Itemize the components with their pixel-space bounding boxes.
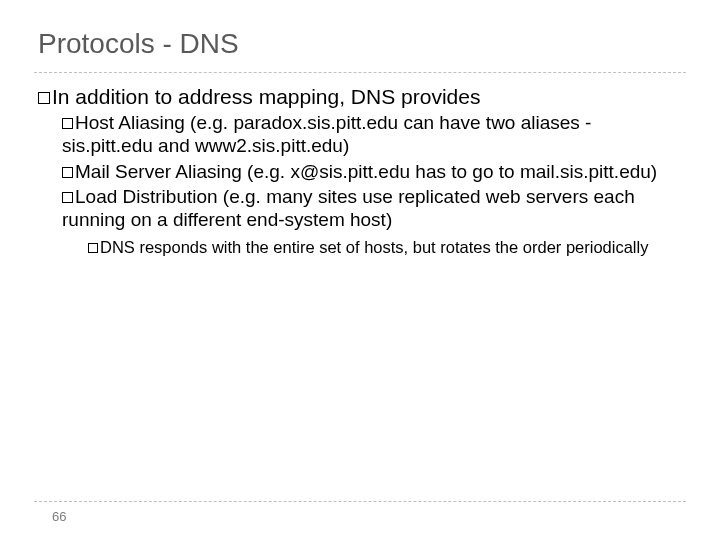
bullet-box-icon: [62, 192, 73, 203]
bullet-level3: DNS responds with the entire set of host…: [88, 237, 678, 258]
bullet-text: In addition to address mapping, DNS prov…: [52, 85, 480, 108]
bullet-text: Load Distribution (e.g. many sites use r…: [62, 186, 635, 230]
slide: Protocols - DNS In addition to address m…: [0, 0, 720, 540]
bullet-level1: In addition to address mapping, DNS prov…: [38, 84, 678, 109]
bullet-box-icon: [62, 167, 73, 178]
bullet-box-icon: [38, 92, 50, 104]
bullet-box-icon: [62, 118, 73, 129]
bullet-level2: Mail Server Aliasing (e.g. x@sis.pitt.ed…: [62, 160, 678, 183]
bullet-text: Host Aliasing (e.g. paradox.sis.pitt.edu…: [62, 112, 591, 156]
bullet-level2: Host Aliasing (e.g. paradox.sis.pitt.edu…: [62, 111, 678, 157]
slide-title: Protocols - DNS: [38, 28, 239, 60]
bullet-text: Mail Server Aliasing (e.g. x@sis.pitt.ed…: [75, 161, 657, 182]
footer-divider: [34, 501, 686, 502]
page-number: 66: [52, 509, 66, 524]
bullet-box-icon: [88, 243, 98, 253]
bullet-text: DNS responds with the entire set of host…: [100, 238, 648, 256]
content-body: In addition to address mapping, DNS prov…: [38, 84, 678, 258]
bullet-level2: Load Distribution (e.g. many sites use r…: [62, 185, 678, 231]
title-divider: [34, 72, 686, 73]
